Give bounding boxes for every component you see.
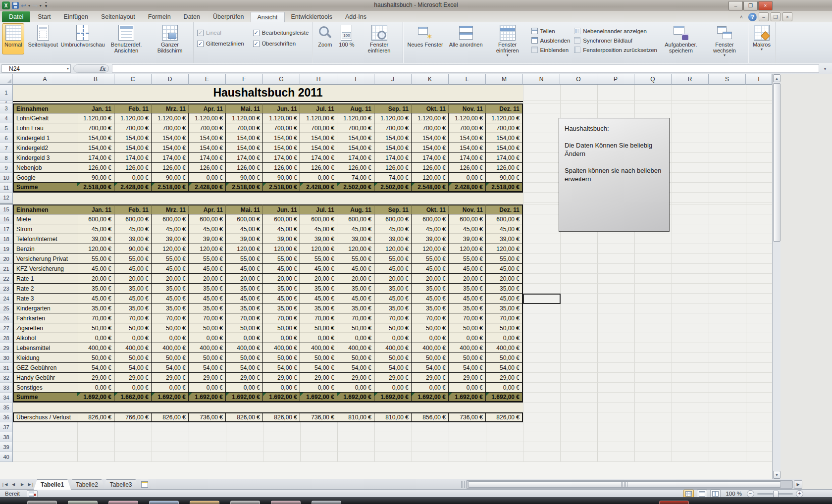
value-cell[interactable]: 45,00 €	[189, 224, 226, 234]
empty-cell[interactable]	[13, 442, 77, 452]
value-cell[interactable]: 54,00 €	[449, 363, 486, 373]
value-cell[interactable]: 50,00 €	[337, 323, 374, 333]
summe-value-cell[interactable]: 1.692,00 €	[449, 393, 486, 403]
value-cell[interactable]: 400,00 €	[189, 343, 226, 353]
value-cell[interactable]: 54,00 €	[226, 363, 263, 373]
value-cell[interactable]: 0,00 €	[337, 333, 374, 343]
value-cell[interactable]: 70,00 €	[449, 313, 486, 323]
value-cell[interactable]: 154,00 €	[300, 133, 337, 143]
ribbon-button-aufgabenber-speichern[interactable]: Aufgabenber. speichern	[660, 23, 702, 54]
month-header[interactable]: Okt. 11	[412, 204, 449, 214]
empty-cells[interactable]	[523, 303, 772, 313]
value-cell[interactable]: 400,00 €	[114, 343, 152, 353]
value-cell[interactable]: 50,00 €	[77, 353, 114, 363]
value-cell[interactable]: 50,00 €	[189, 323, 226, 333]
empty-cells[interactable]	[77, 442, 772, 452]
row-label[interactable]: Zigaretten	[13, 323, 77, 333]
summe-value-cell[interactable]: 1.692,00 €	[374, 393, 412, 403]
value-cell[interactable]: 39,00 €	[449, 234, 486, 244]
horizontal-scrollbar[interactable]	[466, 480, 793, 489]
value-cell[interactable]: 45,00 €	[300, 224, 337, 234]
value-cell[interactable]: 55,00 €	[77, 254, 114, 264]
value-cell[interactable]: 50,00 €	[337, 353, 374, 363]
empty-cell[interactable]	[13, 432, 77, 442]
value-cell[interactable]: 20,00 €	[77, 274, 114, 284]
value-cell[interactable]: 0,00 €	[152, 383, 189, 393]
empty-cell[interactable]	[13, 422, 77, 432]
value-cell[interactable]: 154,00 €	[189, 133, 226, 143]
value-cell[interactable]: 154,00 €	[152, 143, 189, 153]
value-cell[interactable]: 45,00 €	[412, 294, 449, 303]
zoom-slider[interactable]	[757, 493, 793, 495]
value-cell[interactable]: 174,00 €	[263, 153, 300, 163]
value-cell[interactable]: 0,00 €	[412, 333, 449, 343]
minimize-button[interactable]: –	[728, 1, 743, 10]
value-cell[interactable]: 600,00 €	[300, 214, 337, 224]
taskbar-button[interactable]	[230, 501, 260, 504]
column-header-G[interactable]: G	[263, 74, 300, 85]
row-label[interactable]: Rate 1	[13, 274, 77, 284]
row-header[interactable]: 17	[0, 224, 13, 234]
value-cell[interactable]: 1.120,00 €	[374, 113, 412, 123]
value-cell[interactable]: 35,00 €	[152, 303, 189, 313]
value-cell[interactable]: 45,00 €	[263, 224, 300, 234]
row-header[interactable]: 20	[0, 254, 13, 264]
value-cell[interactable]: 45,00 €	[337, 224, 374, 234]
value-cell[interactable]: 35,00 €	[300, 303, 337, 313]
empty-cells[interactable]	[523, 323, 772, 333]
value-cell[interactable]: 700,00 €	[449, 123, 486, 133]
row-label[interactable]: Telefon/Internet	[13, 234, 77, 244]
value-cell[interactable]: 154,00 €	[263, 143, 300, 153]
value-cell[interactable]: 120,00 €	[337, 244, 374, 254]
value-cell[interactable]: 45,00 €	[114, 224, 152, 234]
column-header-N[interactable]: N	[523, 74, 560, 85]
value-cell[interactable]: 126,00 €	[77, 163, 114, 173]
empty-cells[interactable]	[523, 403, 772, 412]
summe-value-cell[interactable]: 2.518,00 €	[263, 183, 300, 193]
next-sheet-icon[interactable]: ▶	[18, 479, 27, 490]
ribbon-button-fenster-einfrieren[interactable]: Fenster einfrieren	[358, 23, 401, 54]
value-cell[interactable]: 55,00 €	[374, 254, 412, 264]
value-cell[interactable]: 39,00 €	[189, 234, 226, 244]
row-header[interactable]: 32	[0, 373, 13, 383]
summe-value-cell[interactable]: 1.692,00 €	[486, 393, 523, 403]
value-cell[interactable]: 174,00 €	[226, 153, 263, 163]
summe-value-cell[interactable]: 2.428,00 €	[300, 183, 337, 193]
value-cell[interactable]: 0,00 €	[449, 173, 486, 183]
empty-cells[interactable]	[523, 343, 772, 353]
value-cell[interactable]: 400,00 €	[152, 343, 189, 353]
workbook-close-button[interactable]: ×	[782, 12, 792, 21]
month-header[interactable]: Nov. 11	[449, 103, 486, 113]
value-cell[interactable]: 174,00 €	[152, 153, 189, 163]
result-value-cell[interactable]: 826,00 €	[226, 412, 263, 422]
column-header-I[interactable]: I	[337, 74, 374, 85]
value-cell[interactable]: 174,00 €	[449, 153, 486, 163]
value-cell[interactable]: 120,00 €	[300, 244, 337, 254]
result-value-cell[interactable]: 736,00 €	[449, 412, 486, 422]
value-cell[interactable]: 154,00 €	[337, 143, 374, 153]
ribbon-button-fenster-einfrieren[interactable]: Fenster einfrieren▾	[486, 23, 529, 54]
value-cell[interactable]: 0,00 €	[449, 383, 486, 393]
value-cell[interactable]: 39,00 €	[263, 234, 300, 244]
empty-cell[interactable]	[13, 452, 77, 462]
page-break-view-button[interactable]	[710, 490, 721, 498]
value-cell[interactable]: 50,00 €	[114, 323, 152, 333]
summe-value-cell[interactable]: 2.548,00 €	[412, 183, 449, 193]
empty-cells[interactable]	[523, 363, 772, 373]
value-cell[interactable]: 45,00 €	[77, 294, 114, 303]
empty-cells[interactable]	[523, 373, 772, 383]
value-cell[interactable]: 54,00 €	[189, 363, 226, 373]
ribbon-button-teilen[interactable]: Teilen	[529, 26, 572, 36]
empty-cells[interactable]	[523, 333, 772, 343]
column-header-O[interactable]: O	[560, 74, 597, 85]
empty-beige-cells[interactable]	[13, 193, 523, 202]
result-value-cell[interactable]: 826,00 €	[486, 412, 523, 422]
row-label[interactable]: Rate 2	[13, 284, 77, 294]
row-label[interactable]: Sonstiges	[13, 383, 77, 393]
value-cell[interactable]: 174,00 €	[486, 153, 523, 163]
taskbar-button[interactable]	[271, 501, 301, 504]
active-cell-N24[interactable]	[523, 294, 561, 304]
minimize-ribbon-icon[interactable]: ˄	[736, 12, 746, 21]
value-cell[interactable]: 50,00 €	[449, 353, 486, 363]
month-header[interactable]: Aug. 11	[337, 103, 374, 113]
